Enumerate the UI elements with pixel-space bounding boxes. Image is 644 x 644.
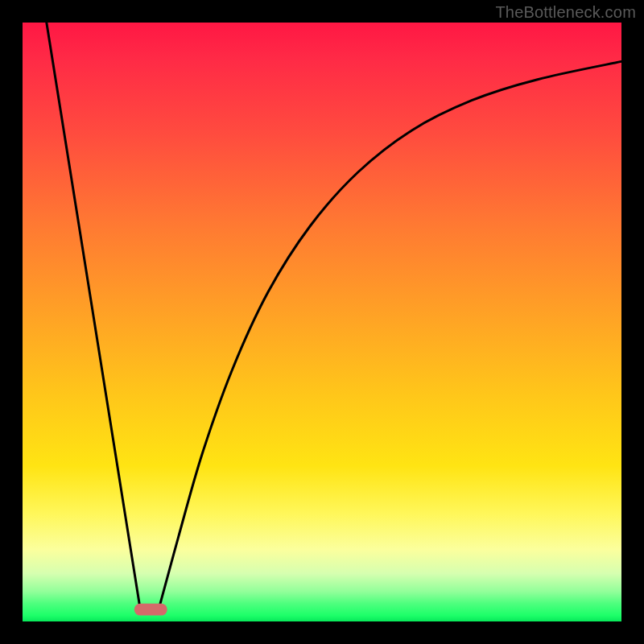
chart-overlay	[0, 0, 644, 644]
bottom-marker-pill	[134, 604, 167, 616]
chart-curves	[47, 23, 621, 604]
curve-right	[160, 61, 621, 603]
chart-frame: TheBottleneck.com	[0, 0, 644, 644]
watermark-text: TheBottleneck.com	[495, 3, 636, 22]
curve-left	[47, 23, 139, 604]
